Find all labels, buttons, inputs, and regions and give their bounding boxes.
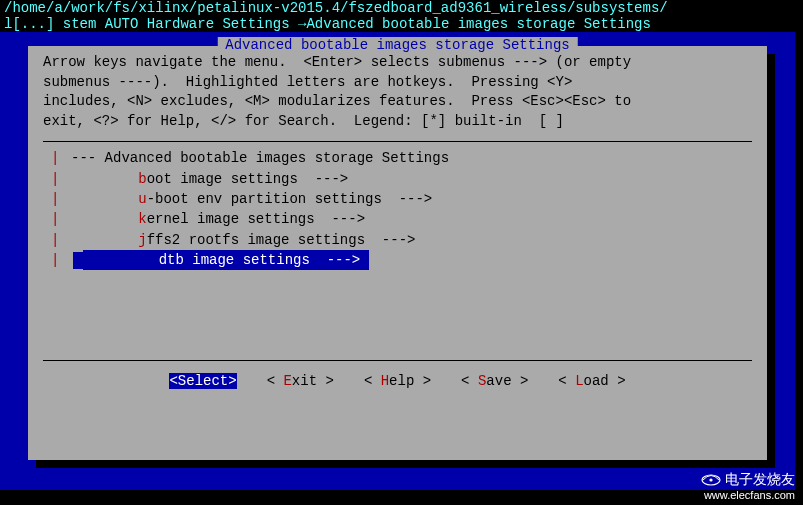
hotkey: L: [575, 373, 583, 389]
cursor-icon: [73, 252, 83, 269]
menu-item-dtb[interactable]: | dtb image settings --->: [43, 250, 752, 270]
menu-item-uboot[interactable]: | u-boot env partition settings --->: [43, 189, 752, 209]
svg-point-1: [709, 479, 712, 482]
hotkey: H: [381, 373, 389, 389]
hotkey: E: [283, 373, 291, 389]
menu-item-kernel[interactable]: | kernel image settings --->: [43, 209, 752, 229]
breadcrumb: l[...] stem AUTO Hardware Settings →Adva…: [0, 16, 795, 32]
border-bar: |: [51, 189, 71, 209]
button-row: <Select> < Exit > < Help > < Save > < Lo…: [29, 361, 766, 397]
breadcrumb-prefix: l[...] stem AUTO Hardware Settings: [4, 16, 298, 32]
menu-item-jffs2[interactable]: | jffs2 rootfs image settings --->: [43, 230, 752, 250]
menu-item-boot[interactable]: | boot image settings --->: [43, 169, 752, 189]
logo-icon: [701, 473, 721, 487]
border-bar: |: [51, 169, 71, 189]
border-bar: |: [51, 148, 71, 168]
exit-button[interactable]: < Exit >: [267, 373, 334, 389]
help-button[interactable]: < Help >: [364, 373, 431, 389]
watermark-cn: 电子发烧友: [725, 471, 795, 487]
load-button[interactable]: < Load >: [558, 373, 625, 389]
dialog-box: Advanced bootable images storage Setting…: [28, 46, 767, 460]
hotkey: b: [138, 171, 146, 187]
hotkey: k: [138, 211, 146, 227]
terminal-window: /home/a/work/fs/xilinx/petalinux-v2015.4…: [0, 0, 795, 490]
border-bar: |: [51, 209, 71, 229]
save-button[interactable]: < Save >: [461, 373, 528, 389]
watermark: 电子发烧友 www.elecfans.com: [701, 471, 795, 501]
hotkey: j: [138, 232, 146, 248]
breadcrumb-current: Advanced bootable images storage Setting…: [306, 16, 650, 32]
menu-header: | --- Advanced bootable images storage S…: [43, 148, 752, 168]
help-text: Arrow keys navigate the menu. <Enter> se…: [29, 47, 766, 141]
menu-box: | --- Advanced bootable images storage S…: [43, 141, 752, 361]
hotkey: u: [138, 191, 146, 207]
border-bar: |: [51, 230, 71, 250]
select-button[interactable]: <Select>: [169, 373, 236, 389]
dialog-title: Advanced bootable images storage Setting…: [217, 37, 577, 53]
watermark-url: www.elecfans.com: [704, 489, 795, 501]
border-bar: |: [51, 250, 71, 270]
path-line: /home/a/work/fs/xilinx/petalinux-v2015.4…: [0, 0, 795, 16]
hotkey: d: [159, 252, 167, 268]
